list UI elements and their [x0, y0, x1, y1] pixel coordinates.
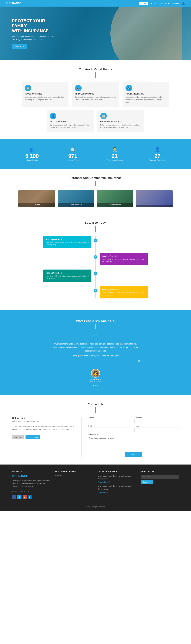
- footer-logo: INSURANCE: [12, 475, 50, 478]
- stat-number: 21: [107, 153, 122, 159]
- testimonials-title: What People Say About Us.: [12, 319, 179, 323]
- card-title: PROPERTY INSURANCE: [100, 121, 141, 123]
- email-group: Email: [88, 425, 132, 432]
- card-title: TRAVEL INSURANCE: [125, 93, 166, 95]
- last-name-input[interactable]: [134, 419, 179, 423]
- nav-dropdown[interactable]: Dropdown ▾: [159, 2, 169, 4]
- hero-title: PROTECT YOUR FAMILYWITH INSURANCE: [12, 18, 60, 33]
- stat-label: Insurance Policies: [66, 159, 80, 161]
- nav-home[interactable]: Home: [139, 2, 148, 5]
- quote-open-icon: ": [51, 334, 140, 341]
- contact-form: First name Last name Email Phone: [88, 417, 179, 457]
- stat-number: 971: [66, 153, 80, 159]
- list-item: Trustworthiness: [58, 190, 94, 207]
- timeline-box: Heading Goes Here Lorem ipsum dolor sit …: [100, 286, 148, 298]
- agents-icon: 👨‍💼: [107, 147, 122, 152]
- quote-close-icon: ": [51, 359, 140, 366]
- testimonial-dots: [51, 385, 140, 386]
- news-date-1: February 10, 2019: [98, 481, 110, 483]
- timeline: Heading Goes Here Lorem ipsum dolor sit …: [43, 236, 148, 298]
- facebook-button[interactable]: f: [12, 495, 16, 499]
- subscribe-button[interactable]: Subscribe: [12, 435, 24, 439]
- footer: ABOUT US INSURANCE Lorem ipsum simply du…: [0, 464, 191, 510]
- navbar: INSURANCE Home About Dropdown ▾ Contact …: [0, 0, 191, 6]
- news-date-2: February 10, 2019: [98, 492, 110, 493]
- phone-label: Phone: [134, 425, 179, 427]
- card-text: Donec conique donec leo eget nulla males…: [50, 124, 91, 129]
- timeline-dot-4: $: [94, 288, 97, 292]
- stat-number: 27: [149, 153, 166, 159]
- send-button[interactable]: SEND: [125, 452, 142, 457]
- copyright-text: © 2019 All rights reserved: [86, 506, 105, 508]
- message-input[interactable]: [88, 436, 179, 449]
- message-label: Your message: [88, 434, 179, 435]
- first-name-group: First name: [88, 417, 132, 423]
- stat-item: 👤 27 Years Of Experience: [149, 147, 166, 161]
- property-icon: 🏢: [100, 113, 107, 119]
- step-text: Lorem ipsum dolor sit amet consectetur a…: [46, 242, 89, 246]
- form-name-row: First name Last name: [88, 417, 179, 423]
- testimonial-content: " Vivamus magna justo, lacinia eget cons…: [51, 334, 140, 386]
- list-item: 🏢 PROPERTY INSURANCE Nullam conique done…: [97, 110, 144, 132]
- hiw-title: How It Works?: [12, 222, 179, 225]
- pc-label: Professionalism: [97, 203, 133, 207]
- stat-item: 👥 5,100 Happy Clients: [25, 147, 39, 161]
- contact-left: Get In Touch 1234 Avenue Block at New Yo…: [12, 417, 76, 457]
- stats-section: 👥 5,100 Happy Clients 📋 971 Insurance Po…: [0, 140, 191, 169]
- list-item: 🏠 HOUSE INSURANCE Nullam conique donec l…: [22, 82, 69, 107]
- dot-2[interactable]: [95, 385, 96, 386]
- twitter-button[interactable]: t: [17, 495, 22, 499]
- how-it-works-section: How It Works? Heading Goes Here Lorem ip…: [0, 214, 191, 310]
- stat-label: Happy Clients: [25, 159, 39, 161]
- section-divider-pc: [95, 181, 96, 186]
- contact-heading: Get In Touch: [12, 417, 76, 420]
- timeline-step-1: Heading Goes Here Lorem ipsum dolor sit …: [43, 236, 148, 248]
- stat-item: 📋 971 Insurance Policies: [66, 147, 80, 161]
- nav-about[interactable]: About: [150, 2, 156, 4]
- footer-featured-link[interactable]: About Me: [55, 475, 93, 476]
- news-item-1: Lorem ipsum simply dummy lorem ipsum sim…: [98, 475, 136, 483]
- insurance-cards-row2: 👤 HEALTH INSURANCE Donec conique donec l…: [12, 110, 179, 132]
- email-input[interactable]: [88, 428, 132, 432]
- nav-logo: INSURANCE: [6, 2, 22, 4]
- testimonial-name: JOHN ARIK: [51, 379, 140, 381]
- hero-bg: [110, 6, 182, 60]
- newsletter-subscribe-button[interactable]: Subscribe: [141, 480, 153, 484]
- contact-inner: Get In Touch 1234 Avenue Block at New Yo…: [12, 417, 179, 457]
- message-group: Your message: [88, 434, 179, 450]
- linkedin-button[interactable]: in: [28, 495, 32, 499]
- footer-bottom: © 2019 All rights reserved: [12, 504, 179, 508]
- footer-newsletter-title: NEWSLETTER: [141, 470, 179, 472]
- contact-buttons: Subscribe Register Now: [12, 435, 76, 439]
- pc-images: Loyalty Trustworthiness Professionalism: [12, 190, 179, 207]
- step-text: Lorem ipsum dolor sit amet consectetur a…: [102, 258, 145, 263]
- policies-icon: 📋: [66, 147, 80, 152]
- footer-latest: LATEST RELEASES Lorem ipsum simply dummy…: [98, 470, 136, 499]
- google-button[interactable]: g: [23, 495, 27, 499]
- step-text: Lorem ipsum dolor sit amet consectetur a…: [46, 275, 89, 279]
- list-item: [136, 190, 172, 207]
- newsletter-input[interactable]: [141, 475, 179, 479]
- good-hands-title: You Are In Good Hands: [12, 68, 179, 71]
- step-title: Heading Goes Here: [102, 288, 145, 291]
- pc-label: Trustworthiness: [58, 203, 94, 207]
- register-button[interactable]: Register Now: [26, 435, 40, 439]
- card-text: Nullam conique donec leo eget nulla male…: [25, 96, 66, 101]
- dot-3[interactable]: [97, 385, 98, 386]
- timeline-dot-2: ★: [94, 255, 97, 259]
- news-item-2: Lorem ipsum simply dummy lorem ipsum sim…: [98, 485, 136, 493]
- step-box-yellow: Heading Goes Here Lorem ipsum dolor sit …: [100, 286, 148, 298]
- first-name-input[interactable]: [88, 419, 132, 423]
- clients-icon: 👥: [25, 147, 39, 152]
- insurance-cards: 🏠 HOUSE INSURANCE Nullam conique donec l…: [12, 82, 179, 107]
- dot-1[interactable]: [93, 385, 94, 386]
- card-title: HOUSE INSURANCE: [25, 93, 66, 95]
- stay-connected-label: STAY CONNECTED: [12, 490, 50, 492]
- phone-input[interactable]: [134, 428, 179, 432]
- avatar: 👩: [91, 369, 100, 378]
- contact-description: Donec in dui. Aenean leo lacus, iaculis …: [12, 425, 76, 431]
- hero-cta-button[interactable]: View More: [12, 44, 27, 48]
- vehicle-icon: 🚗: [75, 85, 82, 92]
- nav-contact[interactable]: Contact: [172, 2, 179, 4]
- contact-section: Contact Us Get In Touch 1234 Avenue Bloc…: [0, 395, 191, 464]
